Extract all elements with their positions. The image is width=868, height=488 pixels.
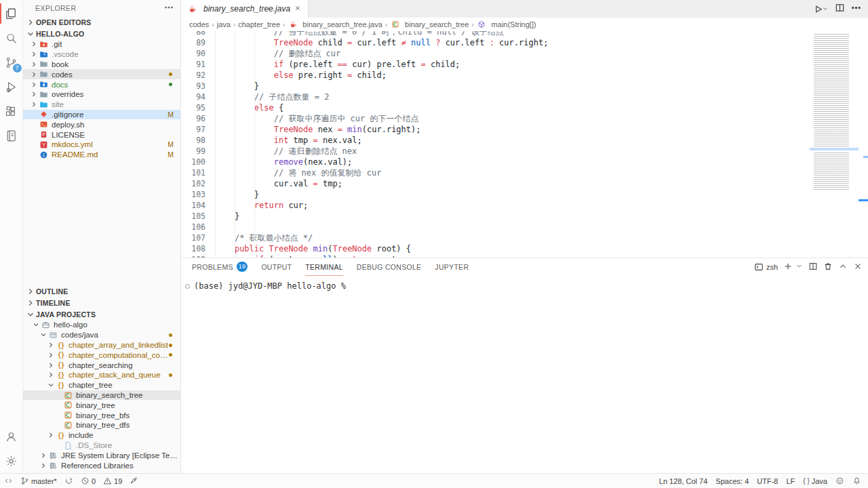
panel-tab-output[interactable]: OUTPUT [261, 258, 292, 276]
chevron-placeholder [54, 441, 63, 450]
status-utf-8[interactable]: UTF-8 [757, 474, 778, 488]
close-panel-icon[interactable] [853, 262, 863, 273]
tree-item-license[interactable]: LICENSE [23, 129, 180, 140]
breadcrumb-item[interactable]: binary_search_tree [390, 20, 469, 29]
terminal[interactable]: (base) jyd@JYD-MBP hello-algo % [181, 276, 868, 473]
java-projects-label: JAVA PROJECTS [36, 310, 96, 319]
status-ln-128-col-74[interactable]: Ln 128, Col 74 [659, 474, 708, 488]
tree-item-.git[interactable]: .git [23, 39, 180, 49]
tree-item-.vscode[interactable]: .vscode [23, 49, 180, 60]
workspace-root-section[interactable]: HELLO-ALGO [23, 28, 180, 39]
activity-files-icon[interactable] [0, 1, 23, 26]
status-lf[interactable]: LF [786, 474, 795, 488]
panel-tab-debug-console[interactable]: DEBUG CONSOLE [357, 258, 422, 276]
panel-tab-terminal[interactable]: TERMINAL [305, 258, 343, 276]
line-content [205, 222, 215, 232]
code-editor[interactable]: 88 // 当子结点数量 = 0 / 1 时，child = null / 该子… [181, 31, 868, 258]
folder-icon [39, 60, 49, 68]
breadcrumb-item[interactable]: binary_search_tree.java [288, 20, 382, 29]
tree-item-binary_tree[interactable]: binary_tree [23, 400, 180, 410]
activity-run-debug-icon[interactable] [0, 75, 23, 99]
status-braces-lang[interactable]: { }Java [803, 474, 827, 488]
tree-item-.gitignore[interactable]: .gitignoreM [23, 110, 180, 120]
tree-item-site[interactable]: site [23, 100, 180, 110]
tree-item-overrides[interactable]: overrides [23, 89, 180, 100]
tree-item-mkdocs.yml[interactable]: mkdocs.ymlM [23, 140, 180, 150]
breadcrumb-item[interactable]: java [217, 20, 231, 28]
activity-source-control-icon[interactable]: 7 [0, 50, 23, 75]
code-token: child; [426, 60, 460, 69]
tree-item-chapter_computational_complexity[interactable]: { }chapter_computational_complexity [23, 350, 180, 360]
status-sync[interactable] [64, 474, 73, 488]
tree-item-chapter_searching[interactable]: { }chapter_searching [23, 360, 180, 370]
braces-icon: { } [56, 341, 66, 350]
new-terminal-icon[interactable] [783, 262, 793, 273]
java-projects-section[interactable]: JAVA PROJECTS [23, 308, 180, 320]
activity-account-icon[interactable] [0, 424, 23, 449]
terminal-dropdown-icon[interactable] [795, 262, 803, 272]
breadcrumb-item[interactable]: codes [189, 20, 209, 28]
tree-item-binary_tree_bfs[interactable]: binary_tree_bfs [23, 410, 180, 420]
status-remote[interactable] [4, 474, 13, 488]
maximize-panel-icon[interactable] [838, 262, 848, 273]
outline-section[interactable]: OUTLINE [23, 285, 180, 297]
tree-item-chapter_stack_and_queue[interactable]: { }chapter_stack_and_queue [23, 370, 180, 380]
explorer-more-actions-icon[interactable] [164, 3, 174, 14]
bottom-panel: PROBLEMS19OUTPUTTERMINALDEBUG CONSOLEJUP… [181, 258, 868, 473]
status-feedback[interactable] [835, 474, 844, 488]
code-token: == [298, 255, 308, 258]
activity-settings-gear-icon[interactable] [0, 449, 23, 473]
tree-item-codes[interactable]: codes [23, 69, 180, 79]
tree-item-.ds_store[interactable]: .DS_Store [23, 441, 180, 451]
open-editors-section[interactable]: OPEN EDITORS [23, 16, 180, 28]
breadcrumb-item[interactable]: chapter_tree [238, 20, 280, 28]
status-rocket[interactable] [130, 474, 138, 488]
tab-binary-search-tree[interactable]: binary_search_tree.java [181, 0, 309, 18]
status-bell[interactable] [852, 474, 861, 488]
yaml-icon [39, 140, 49, 149]
panel-tab-jupyter[interactable]: JUPYTER [435, 258, 469, 276]
tree-item-jre-system-library-eclipse-temurin-17-17....[interactable]: JRE System Library [Eclipse Temurin 17 [… [23, 450, 180, 460]
tab-close-icon[interactable] [294, 4, 302, 14]
timeline-section[interactable]: TIMELINE [23, 297, 180, 308]
split-terminal-icon[interactable] [808, 262, 818, 273]
tree-item-hello-algo[interactable]: hello-algo [23, 320, 180, 330]
breadcrumb-item[interactable]: main(String[]) [477, 20, 536, 29]
shell-picker[interactable]: zsh [754, 262, 778, 272]
code-token: // 递归删除结点 nex [274, 146, 357, 156]
minimap[interactable] [810, 31, 859, 258]
java-projects-tree: hello-algocodes/java{ }chapter_array_and… [23, 320, 180, 470]
status-bar-left: master*019 [4, 474, 146, 488]
chevron-icon [39, 461, 48, 470]
tree-item-referenced-libraries[interactable]: Referenced Libraries [23, 460, 180, 470]
tree-item-binary_tree_dfs[interactable]: binary_tree_dfs [23, 420, 180, 430]
tree-item-include[interactable]: { }include [23, 430, 180, 441]
tree-item-book[interactable]: book [23, 60, 180, 70]
activity-search-icon[interactable] [0, 26, 23, 50]
activity-notebook-icon[interactable] [0, 123, 23, 148]
tree-item-codes-java[interactable]: codes/java [23, 330, 180, 340]
run-button[interactable] [813, 4, 829, 14]
indent-guide [254, 31, 255, 258]
activity-extensions-icon[interactable] [0, 99, 23, 123]
panel-tab-problems[interactable]: PROBLEMS19 [192, 258, 248, 276]
status-spaces-4[interactable]: Spaces: 4 [715, 474, 749, 488]
tree-item-deploy.sh[interactable]: deploy.sh [23, 119, 180, 129]
tree-item-chapter_tree[interactable]: { }chapter_tree [23, 380, 180, 390]
tree-item-binary_search_tree[interactable]: binary_search_tree [23, 390, 180, 401]
status-warning[interactable]: 19 [103, 474, 122, 488]
code-token: TreeNode [269, 244, 309, 253]
split-editor-icon[interactable] [835, 3, 845, 15]
status-branch[interactable]: master* [20, 474, 57, 488]
line-content: // 获取中序遍历中 cur 的下一个结点 [205, 113, 419, 124]
status-error[interactable]: 0 [81, 474, 96, 488]
tree-item-docs[interactable]: docs [23, 79, 180, 89]
tree-item-readme.md[interactable]: README.mdM [23, 150, 180, 160]
kill-terminal-icon[interactable] [823, 262, 833, 273]
code-line: 106 [181, 222, 868, 232]
command-decoration-icon[interactable] [185, 284, 190, 289]
more-actions-icon[interactable] [851, 3, 861, 15]
overview-ruler[interactable] [859, 31, 868, 258]
braces-icon: { } [56, 371, 66, 380]
tree-item-chapter_array_and_linkedlist[interactable]: { }chapter_array_and_linkedlist [23, 340, 180, 350]
